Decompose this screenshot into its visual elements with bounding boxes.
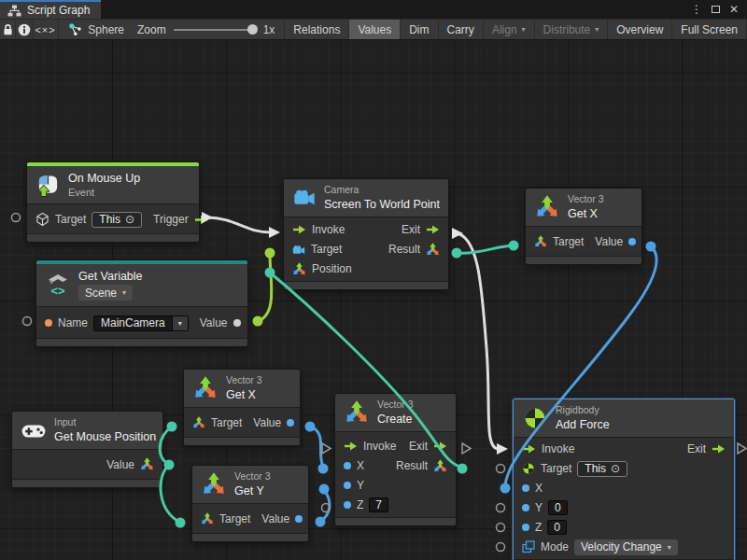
node-title: On Mouse Up bbox=[68, 172, 140, 185]
flow-out-icon[interactable] bbox=[426, 225, 440, 234]
graph-canvas[interactable]: On Mouse Up Event Target This ⊙ Trigger bbox=[0, 40, 747, 560]
flow-in-icon[interactable] bbox=[344, 441, 358, 451]
variable-name-combo[interactable]: MainCamera ▾ bbox=[93, 315, 189, 331]
window-close-icon[interactable]: ✕ bbox=[726, 2, 741, 17]
info-icon[interactable] bbox=[16, 20, 32, 39]
port-addforce-target-empty[interactable] bbox=[497, 465, 505, 473]
wire-getx-to-create-x bbox=[310, 427, 323, 467]
tab-title: Script Graph bbox=[27, 4, 90, 17]
zoom-slider-handle[interactable] bbox=[247, 24, 258, 35]
port-value-dot[interactable] bbox=[287, 419, 294, 427]
z-value-field[interactable]: 0 bbox=[547, 520, 567, 535]
port-gety-target-in[interactable] bbox=[176, 518, 186, 528]
node-vector3-create[interactable]: Vector 3 Create Invoke Exit X Result bbox=[334, 393, 457, 526]
toolbar-button-dim[interactable]: Dim bbox=[401, 20, 438, 39]
toolbar-button-overview[interactable]: Overview bbox=[608, 20, 672, 39]
vector3-icon[interactable] bbox=[201, 512, 214, 525]
flow-in-icon[interactable] bbox=[522, 444, 536, 454]
toolbar-button-align[interactable]: Align ▾ bbox=[484, 20, 535, 39]
port-s2wp-invoke-in-arrow[interactable] bbox=[269, 227, 280, 238]
port-mouse-value-out[interactable] bbox=[164, 460, 175, 470]
window-maximize-icon[interactable] bbox=[708, 2, 723, 17]
target-object-picker[interactable]: This ⊙ bbox=[577, 461, 627, 477]
code-view-icon[interactable]: <×> bbox=[33, 20, 59, 39]
port-z-dot[interactable] bbox=[344, 501, 351, 509]
camera-icon-small[interactable] bbox=[292, 245, 305, 255]
port-y-dot[interactable] bbox=[344, 482, 351, 489]
port-addforce-x-in[interactable] bbox=[500, 483, 511, 494]
graph-breadcrumb[interactable]: Sphere bbox=[59, 20, 134, 39]
node-screen-to-world-point[interactable]: Camera Screen To World Point Invoke Exit bbox=[283, 178, 449, 290]
toolbar-button-distribute[interactable]: Distribute ▾ bbox=[535, 20, 609, 39]
target-object-picker[interactable]: This ⊙ bbox=[92, 212, 142, 228]
port-getx-top-value-out[interactable] bbox=[646, 242, 656, 252]
port-getx-mid-value-out[interactable] bbox=[305, 422, 316, 432]
zoom-slider[interactable] bbox=[174, 29, 256, 31]
port-y-dot[interactable] bbox=[522, 504, 529, 511]
toolbar-button-full-screen[interactable]: Full Screen bbox=[672, 20, 747, 39]
flow-out-icon[interactable] bbox=[712, 444, 726, 454]
vector3-icon[interactable] bbox=[426, 243, 440, 257]
window-menu-icon[interactable]: ⋮ bbox=[689, 2, 704, 17]
port-create-y-in[interactable] bbox=[319, 484, 330, 495]
port-create-result-out[interactable] bbox=[458, 464, 468, 474]
port-value-dot[interactable] bbox=[295, 515, 303, 523]
mode-dropdown[interactable]: Velocity Change ▾ bbox=[574, 539, 678, 555]
flow-out-icon[interactable] bbox=[433, 441, 447, 451]
port-create-invoke-empty[interactable] bbox=[322, 443, 331, 454]
port-create-z-empty[interactable] bbox=[322, 504, 331, 512]
y-value-field[interactable]: 0 bbox=[548, 500, 568, 515]
wire-exit-to-addforce-invoke bbox=[458, 233, 499, 449]
toolbar-button-values[interactable]: Values bbox=[349, 20, 401, 39]
node-category: Rigidbody bbox=[556, 405, 610, 416]
toolbar-button-relations[interactable]: Relations bbox=[285, 20, 349, 39]
node-category: Vector 3 bbox=[226, 375, 262, 386]
port-addforce-exit-empty[interactable] bbox=[738, 443, 746, 454]
node-get-variable[interactable]: <> Get Variable Scene ▾ Name MainCamera … bbox=[35, 259, 248, 347]
node-vector3-get-y[interactable]: Vector 3 Get Y Target Value bbox=[191, 465, 309, 542]
node-get-mouse-position[interactable]: Input Get Mouse Position Value bbox=[11, 411, 163, 488]
node-add-force[interactable]: Rigidbody Add Force Invoke Exit bbox=[513, 399, 735, 560]
port-variable-value-out[interactable] bbox=[253, 316, 263, 327]
port-z-dot[interactable] bbox=[522, 524, 529, 531]
node-on-mouse-up[interactable]: On Mouse Up Event Target This ⊙ Trigger bbox=[26, 161, 200, 243]
rigidbody-icon-small[interactable] bbox=[522, 462, 535, 475]
port-addforce-z-empty[interactable] bbox=[497, 524, 505, 532]
port-name-dot[interactable] bbox=[45, 319, 52, 327]
port-create-exit-empty[interactable] bbox=[462, 443, 471, 454]
vector3-icon[interactable] bbox=[192, 416, 205, 429]
port-onmouseup-target-empty[interactable] bbox=[12, 214, 21, 222]
port-create-x-in[interactable] bbox=[318, 464, 329, 474]
port-value-dot[interactable] bbox=[233, 319, 241, 327]
port-getx-top-target-in[interactable] bbox=[509, 241, 519, 251]
node-vector3-get-x-mid[interactable]: Vector 3 Get X Target Value bbox=[183, 369, 301, 446]
port-s2wp-position-in[interactable] bbox=[265, 268, 275, 278]
lock-icon[interactable] bbox=[0, 20, 16, 39]
port-getx-mid-target-in[interactable] bbox=[167, 422, 177, 432]
mouse-up-icon bbox=[36, 174, 60, 197]
node-vector3-get-x-top[interactable]: Vector 3 Get X Target Value bbox=[525, 188, 642, 265]
node-subtitle: Event bbox=[68, 187, 140, 198]
port-value-dot[interactable] bbox=[628, 238, 636, 245]
port-addforce-mode-empty[interactable] bbox=[497, 543, 505, 552]
rigidbody-icon bbox=[523, 406, 547, 430]
z-value-field[interactable]: 7 bbox=[369, 497, 388, 512]
port-value-label: Value bbox=[595, 235, 623, 248]
vector3-icon[interactable] bbox=[433, 459, 447, 473]
port-getvariable-name-empty[interactable] bbox=[23, 317, 32, 326]
vector3-icon[interactable] bbox=[534, 235, 547, 248]
port-gety-value-out[interactable] bbox=[316, 517, 326, 527]
vector3-icon[interactable] bbox=[292, 262, 306, 276]
flow-in-icon[interactable] bbox=[292, 225, 306, 234]
port-s2wp-exit-out-arrow[interactable] bbox=[452, 228, 463, 239]
port-s2wp-result-out[interactable] bbox=[452, 248, 462, 259]
variable-scope-dropdown[interactable]: Scene ▾ bbox=[78, 285, 133, 301]
port-x-dot[interactable] bbox=[522, 484, 529, 492]
toolbar-button-carry[interactable]: Carry bbox=[439, 20, 484, 39]
vector3-icon[interactable] bbox=[140, 457, 154, 471]
port-x-dot[interactable] bbox=[344, 462, 351, 469]
tab-script-graph[interactable]: Script Graph bbox=[0, 0, 101, 19]
port-s2wp-target-in[interactable] bbox=[265, 248, 275, 259]
port-addforce-y-empty[interactable] bbox=[497, 504, 505, 512]
port-addforce-invoke-in-arrow[interactable] bbox=[497, 443, 508, 455]
